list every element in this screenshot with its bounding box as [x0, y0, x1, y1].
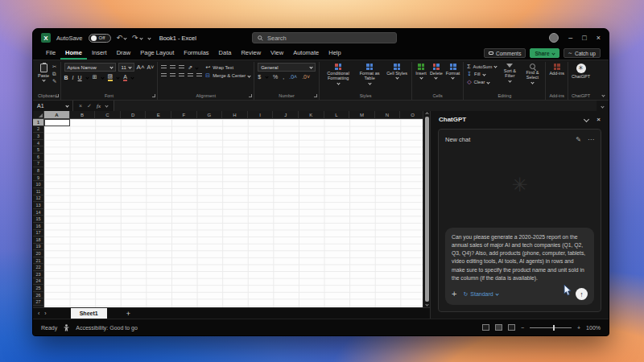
- next-sheet-icon[interactable]: ›: [44, 311, 46, 316]
- align-bottom-button[interactable]: [179, 65, 184, 70]
- row-header[interactable]: 5: [33, 146, 44, 154]
- tab-formulas[interactable]: Formulas: [179, 47, 213, 60]
- column-header[interactable]: C: [95, 111, 121, 119]
- number-format-select[interactable]: General: [258, 63, 316, 72]
- paste-button[interactable]: Paste: [38, 63, 49, 81]
- row-header[interactable]: 15: [33, 216, 44, 223]
- fill-color-button[interactable]: ▨: [108, 73, 114, 81]
- align-right-button[interactable]: [179, 73, 184, 78]
- merge-center-button[interactable]: ⊟Merge & Center: [205, 72, 250, 79]
- font-color-button[interactable]: A: [123, 74, 127, 81]
- catch-up-button[interactable]: ∼Catch up: [564, 48, 601, 58]
- comments-button[interactable]: Comments: [484, 48, 526, 58]
- align-left-button[interactable]: [161, 73, 167, 78]
- increase-indent-button[interactable]: [196, 73, 202, 78]
- row-header[interactable]: 22: [33, 264, 44, 271]
- tab-review[interactable]: Review: [236, 47, 266, 60]
- column-header[interactable]: M: [349, 111, 375, 119]
- number-dialog-launcher-icon[interactable]: [314, 94, 317, 97]
- page-layout-view-button[interactable]: [495, 324, 502, 331]
- function-chevron-icon[interactable]: [105, 104, 108, 107]
- column-header[interactable]: L: [324, 111, 350, 119]
- insert-function-button[interactable]: fx: [97, 103, 101, 109]
- tab-data[interactable]: Data: [214, 47, 237, 60]
- addins-button[interactable]: Add-ins: [549, 63, 564, 76]
- wrap-text-button[interactable]: ↩Wrap Text: [205, 64, 250, 71]
- format-painter-button[interactable]: ✎: [52, 78, 56, 84]
- format-cells-button[interactable]: Format: [446, 63, 460, 79]
- collapse-ribbon-icon[interactable]: [601, 93, 605, 97]
- prev-sheet-icon[interactable]: ‹: [38, 311, 39, 316]
- cancel-entry-icon[interactable]: ×: [79, 103, 82, 109]
- font-name-select[interactable]: Aptos Narrow: [64, 63, 116, 72]
- borders-button[interactable]: ⊞: [93, 74, 97, 80]
- select-all-corner[interactable]: [33, 111, 44, 119]
- row-header[interactable]: 26: [33, 292, 44, 299]
- zoom-in-button[interactable]: +: [577, 325, 580, 331]
- maximize-button[interactable]: □: [582, 34, 586, 42]
- vertical-scrollbar[interactable]: [423, 111, 430, 307]
- share-button[interactable]: Share: [530, 48, 559, 58]
- attach-button[interactable]: +: [452, 290, 456, 298]
- column-header[interactable]: B: [70, 111, 96, 119]
- search-input[interactable]: Search: [252, 32, 397, 43]
- shrink-font-button[interactable]: A˅: [147, 64, 155, 70]
- row-header[interactable]: 12: [33, 195, 44, 203]
- zoom-out-button[interactable]: −: [521, 325, 524, 331]
- sort-filter-button[interactable]: Sort & Filter: [500, 63, 519, 82]
- orientation-button[interactable]: ⇗: [188, 64, 192, 71]
- row-header[interactable]: 7: [33, 161, 44, 168]
- autosum-button[interactable]: ΣAutoSum: [467, 64, 497, 69]
- mode-selector[interactable]: ↻ Standard: [463, 291, 497, 298]
- selected-cell[interactable]: [44, 119, 70, 126]
- column-header[interactable]: D: [121, 111, 147, 119]
- decrease-indent-button[interactable]: [188, 73, 193, 78]
- account-avatar[interactable]: [549, 33, 559, 43]
- column-header[interactable]: E: [146, 111, 171, 119]
- sheet-tab-sheet1[interactable]: Sheet1: [71, 308, 107, 319]
- zoom-level[interactable]: 100%: [586, 325, 601, 331]
- close-button[interactable]: ×: [597, 34, 601, 42]
- cell-styles-button[interactable]: Cell Styles: [386, 63, 408, 79]
- tab-draw[interactable]: Draw: [112, 47, 136, 60]
- tab-file[interactable]: File: [41, 47, 60, 60]
- zoom-slider[interactable]: [530, 327, 572, 328]
- scrollbar-thumb[interactable]: [425, 117, 429, 302]
- conditional-formatting-button[interactable]: Conditional Formatting: [323, 63, 353, 84]
- formula-input[interactable]: [114, 101, 597, 111]
- row-header[interactable]: 13: [33, 202, 44, 209]
- tab-home[interactable]: Home: [60, 47, 87, 60]
- normal-view-button[interactable]: [482, 324, 489, 331]
- chat-input-box[interactable]: Can you please generate a 2020-2025 repo…: [445, 228, 594, 305]
- column-header[interactable]: K: [299, 111, 324, 119]
- autosave-toggle[interactable]: Off: [89, 34, 111, 43]
- undo-button[interactable]: ↶: [117, 34, 127, 42]
- name-box[interactable]: A1: [33, 101, 73, 111]
- tab-help[interactable]: Help: [324, 47, 345, 60]
- minimize-button[interactable]: –: [568, 34, 572, 42]
- quick-access-menu-icon[interactable]: [148, 37, 151, 39]
- chatgpt-ribbon-button[interactable]: ✳ ChatGPT: [572, 63, 590, 79]
- increase-decimal-button[interactable]: .0˄: [289, 74, 297, 80]
- row-header[interactable]: 16: [33, 223, 44, 230]
- row-header[interactable]: 24: [33, 278, 44, 286]
- column-header[interactable]: H: [222, 111, 248, 119]
- row-header[interactable]: 19: [33, 244, 44, 251]
- cut-button[interactable]: ✂: [52, 64, 56, 70]
- tab-view[interactable]: View: [266, 47, 288, 60]
- row-header[interactable]: 2: [33, 126, 44, 134]
- scroll-down-icon[interactable]: [425, 302, 428, 306]
- redo-button[interactable]: ↷: [132, 34, 142, 42]
- compose-icon[interactable]: ✎: [576, 136, 581, 143]
- align-top-button[interactable]: [161, 65, 167, 70]
- delete-cells-button[interactable]: Delete: [430, 63, 443, 79]
- row-header[interactable]: 20: [33, 250, 44, 257]
- tab-insert[interactable]: Insert: [87, 47, 112, 60]
- row-header[interactable]: 8: [33, 167, 44, 175]
- row-header[interactable]: 3: [33, 133, 44, 140]
- align-center-button[interactable]: [170, 73, 175, 78]
- send-button[interactable]: ↑: [576, 288, 588, 300]
- row-header[interactable]: 18: [33, 237, 44, 244]
- decrease-decimal-button[interactable]: .0˅: [302, 74, 310, 80]
- row-header[interactable]: 25: [33, 285, 44, 292]
